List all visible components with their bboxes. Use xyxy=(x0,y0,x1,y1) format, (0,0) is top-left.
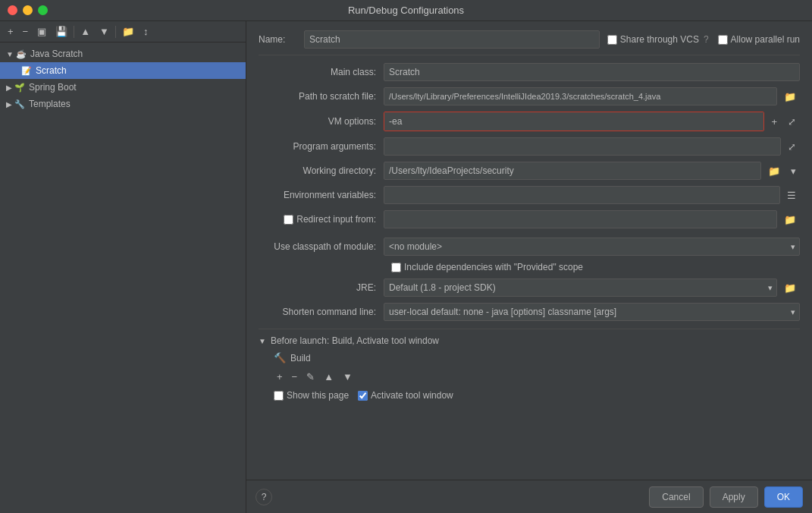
before-launch-list: 🔨 Build xyxy=(274,351,800,365)
scratch-icon: 📝 xyxy=(21,66,32,76)
main-class-input[interactable] xyxy=(384,63,800,81)
show-page-label[interactable]: Show this page xyxy=(274,390,349,401)
before-launch-chevron: ▼ xyxy=(259,337,266,345)
classpath-select[interactable]: <no module> xyxy=(384,238,800,256)
activate-tool-text: Activate tool window xyxy=(371,390,453,401)
jre-field: Default (1.8 - project SDK) 📁 xyxy=(384,279,800,297)
config-panel: Name: Share through VCS ? Allow parallel… xyxy=(246,21,812,480)
sidebar-item-java-scratch[interactable]: ▼ ☕ Java Scratch xyxy=(0,46,246,62)
name-input[interactable] xyxy=(304,30,600,49)
before-launch-edit-button[interactable]: ✎ xyxy=(303,370,318,384)
sort-button[interactable]: ↕ xyxy=(140,25,152,38)
bottom-bar: ? Cancel Apply OK xyxy=(246,480,812,513)
close-button[interactable] xyxy=(8,5,17,15)
sidebar-toolbar: + − ▣ 💾 ▲ ▼ 📁 ↕ xyxy=(0,21,246,42)
vm-options-field: + ⤢ xyxy=(384,112,800,131)
before-launch-up-button[interactable]: ▲ xyxy=(321,370,337,384)
sidebar-tree: ▼ ☕ Java Scratch 📝 Scratch ▶ 🌱 Spring Bo… xyxy=(0,42,246,513)
shorten-cmd-row: Shorten command line: user-local default… xyxy=(259,303,800,321)
allow-parallel-label[interactable]: Allow parallel run xyxy=(718,34,800,45)
copy-config-button[interactable]: ▣ xyxy=(34,25,49,38)
include-deps-row: Include dependencies with "Provided" sco… xyxy=(259,262,800,272)
share-vcs-text: Share through VCS xyxy=(620,34,699,45)
include-deps-text: Include dependencies with "Provided" sco… xyxy=(404,262,583,272)
apply-button[interactable]: Apply xyxy=(710,486,758,508)
toolbar-separator xyxy=(74,26,74,38)
main-class-row: Main class: xyxy=(259,63,800,81)
include-deps-checkbox[interactable] xyxy=(391,263,401,272)
jre-row: JRE: Default (1.8 - project SDK) 📁 xyxy=(259,279,800,297)
folder-button[interactable]: 📁 xyxy=(119,25,137,38)
redirect-browse-button[interactable]: 📁 xyxy=(780,212,800,227)
path-field: 📁 xyxy=(384,87,800,105)
vm-expand-button[interactable]: ⤢ xyxy=(784,115,800,129)
activate-tool-label[interactable]: Activate tool window xyxy=(358,390,453,401)
java-scratch-label: Java Scratch xyxy=(30,49,83,59)
working-dir-dropdown-button[interactable]: ▾ xyxy=(787,164,800,178)
working-dir-field: 📁 ▾ xyxy=(384,162,800,180)
show-options-row: Show this page Activate tool window xyxy=(274,390,800,401)
program-args-row: Program arguments: ⤢ xyxy=(259,137,800,156)
share-vcs-label[interactable]: Share through VCS ? xyxy=(607,34,709,45)
env-vars-button[interactable]: ☰ xyxy=(783,188,800,203)
program-args-input[interactable] xyxy=(384,137,781,156)
sidebar-item-templates[interactable]: ▶ 🔧 Templates xyxy=(0,96,246,112)
move-down-button[interactable]: ▼ xyxy=(96,25,112,38)
sidebar: + − ▣ 💾 ▲ ▼ 📁 ↕ ▼ ☕ Java Scratch 📝 Scrat… xyxy=(0,21,246,513)
remove-config-button[interactable]: − xyxy=(20,25,32,38)
env-vars-input[interactable] xyxy=(384,186,780,204)
sidebar-item-spring-boot[interactable]: ▶ 🌱 Spring Boot xyxy=(0,79,246,96)
path-browse-button[interactable]: 📁 xyxy=(780,90,800,104)
allow-parallel-checkbox[interactable] xyxy=(718,35,728,45)
help-button[interactable]: ? xyxy=(256,489,272,505)
working-dir-browse-button[interactable]: 📁 xyxy=(764,164,784,178)
vm-options-input[interactable] xyxy=(384,112,763,131)
include-deps-label[interactable]: Include dependencies with "Provided" sco… xyxy=(391,262,583,272)
help-icon: ? xyxy=(704,34,709,45)
redirect-field: 📁 xyxy=(384,210,800,228)
before-launch-down-button[interactable]: ▼ xyxy=(340,370,356,384)
main-layout: + − ▣ 💾 ▲ ▼ 📁 ↕ ▼ ☕ Java Scratch 📝 Scrat… xyxy=(0,21,812,513)
ok-button[interactable]: OK xyxy=(764,486,803,508)
jre-select[interactable]: Default (1.8 - project SDK) xyxy=(384,279,777,297)
main-class-field xyxy=(384,63,800,81)
args-expand-button[interactable]: ⤢ xyxy=(784,140,800,154)
allow-parallel-text: Allow parallel run xyxy=(731,34,800,45)
action-buttons: Cancel Apply OK xyxy=(649,486,803,508)
vm-add-button[interactable]: + xyxy=(767,115,781,129)
shorten-cmd-select[interactable]: user-local default: none - java [options… xyxy=(384,303,800,321)
move-up-button[interactable]: ▲ xyxy=(77,25,93,38)
working-dir-input[interactable] xyxy=(384,162,761,180)
chevron-right-icon2: ▶ xyxy=(6,100,12,109)
before-launch-title: Before launch: Build, Activate tool wind… xyxy=(271,335,439,346)
chevron-right-icon: ▶ xyxy=(6,83,12,92)
save-config-button[interactable]: 💾 xyxy=(52,25,71,38)
add-config-button[interactable]: + xyxy=(5,25,17,38)
before-launch-remove-button[interactable]: − xyxy=(289,370,301,384)
redirect-checkbox[interactable] xyxy=(284,215,293,225)
env-vars-label: Environment variables: xyxy=(259,190,384,200)
show-page-checkbox[interactable] xyxy=(274,391,284,401)
vm-options-wrapper xyxy=(384,112,764,131)
redirect-checkbox-label[interactable]: Redirect input from: xyxy=(284,214,376,225)
before-launch-add-button[interactable]: + xyxy=(274,370,286,384)
name-row: Name: Share through VCS ? Allow parallel… xyxy=(259,30,800,55)
cancel-button[interactable]: Cancel xyxy=(649,486,703,508)
toolbar-separator2 xyxy=(115,26,116,38)
path-input[interactable] xyxy=(384,87,777,105)
java-icon: ☕ xyxy=(16,49,27,59)
jre-label: JRE: xyxy=(259,282,384,293)
jre-browse-button[interactable]: 📁 xyxy=(780,281,800,295)
share-vcs-checkbox[interactable] xyxy=(607,35,617,45)
redirect-input[interactable] xyxy=(384,210,777,228)
env-vars-row: Environment variables: ☰ xyxy=(259,186,800,204)
classpath-row: Use classpath of module: <no module> xyxy=(259,238,800,256)
activate-tool-checkbox[interactable] xyxy=(358,391,368,401)
build-icon: 🔨 xyxy=(274,352,286,364)
title-bar: Run/Debug Configurations xyxy=(0,0,812,21)
maximize-button[interactable] xyxy=(38,5,48,15)
shorten-cmd-select-wrapper: user-local default: none - java [options… xyxy=(384,303,800,321)
before-launch-header[interactable]: ▼ Before launch: Build, Activate tool wi… xyxy=(259,335,800,346)
sidebar-item-scratch[interactable]: 📝 Scratch xyxy=(0,62,246,79)
minimize-button[interactable] xyxy=(23,5,33,15)
